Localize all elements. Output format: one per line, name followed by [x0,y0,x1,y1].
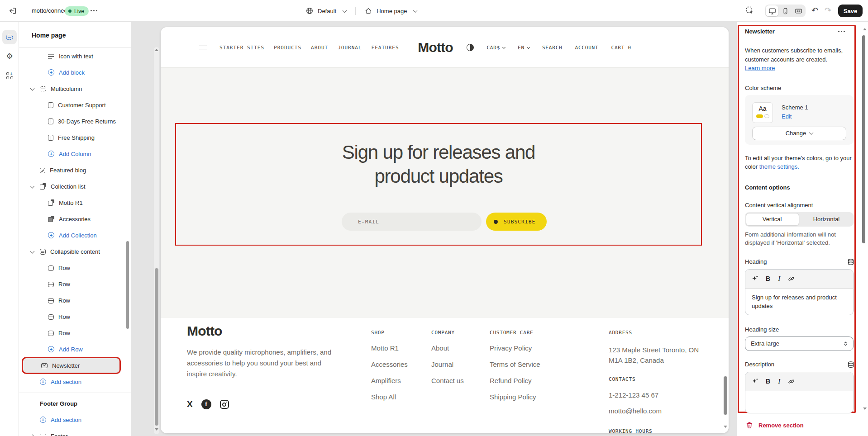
store-menu-item[interactable]: PRODUCTS [274,45,301,51]
footer-logo[interactable]: Motto [187,323,222,339]
scheme-edit-link[interactable]: Edit [782,113,792,120]
bold-button[interactable]: B [766,275,770,282]
subscribe-button[interactable]: SUBSCRIBE [486,213,547,231]
sidebar-item-customer-support[interactable]: Customer Support [19,97,131,113]
footer-link[interactable]: Terms of Service [490,361,540,368]
scroll-down-icon[interactable] [155,428,158,431]
chevron-right-icon[interactable] [31,434,34,436]
remove-section-button[interactable]: Remove section [746,422,804,429]
facebook-icon[interactable]: f [201,399,211,409]
scheme-change-button[interactable]: Change [752,127,846,140]
sidebar-item-add-section[interactable]: Add section [19,374,131,390]
sidebar-scrollbar[interactable] [126,241,129,329]
store-menu-item[interactable]: FEATURES [372,45,399,51]
scroll-down-icon[interactable] [863,408,867,410]
link-icon[interactable] [788,378,795,385]
sidebar-item-free-shipping[interactable]: Free Shipping [19,129,131,146]
italic-button[interactable]: I [778,378,780,385]
x-icon[interactable]: X [187,399,193,409]
chevron-down-icon[interactable] [31,185,34,188]
alignment-option-horizontal[interactable]: Horizontal [799,212,854,227]
sidebar-item-multicolumn[interactable]: Multicolumn [19,81,131,97]
heading-input[interactable]: Sign up for releases and product updates [745,289,853,315]
footer-link[interactable]: About [431,345,464,352]
account-link[interactable]: ACCOUNT [575,45,598,51]
store-menu-button[interactable] [91,10,97,11]
sidebar-item-add-collection[interactable]: Add Collection [19,227,131,243]
bold-button[interactable]: B [766,378,770,385]
magic-icon[interactable] [752,378,758,384]
scroll-up-icon[interactable] [155,49,158,51]
sidebar-item-add-section[interactable]: Add section [19,412,131,428]
sidebar-item-collapsible-content[interactable]: Collapsible content [19,243,131,260]
footer-link[interactable]: Privacy Policy [490,345,540,352]
scroll-up-icon[interactable] [863,28,867,30]
rail-sections-button[interactable]: .rbtn.sel .ic-multicolumn::after{backgro… [2,30,17,44]
email-input[interactable] [342,213,482,231]
italic-button[interactable]: I [778,275,780,283]
inspect-button[interactable] [746,6,754,17]
sidebar-item-add-column[interactable]: Add Column [19,146,131,162]
fullwidth-preview-button[interactable] [792,5,805,16]
exit-editor-button[interactable] [8,6,17,17]
page-scrollbar-thumb[interactable] [724,376,727,415]
newsletter-section-highlight[interactable]: Sign up for releases and product updates… [175,123,702,246]
undo-button[interactable]: ↶ [811,5,818,16]
preview-scrollbar-thumb[interactable] [155,268,158,426]
scroll-down-icon[interactable] [724,426,727,428]
store-menu-item[interactable]: JOURNAL [338,45,362,51]
footer-link[interactable]: Contact us [431,377,464,384]
save-button[interactable]: Save [838,5,863,17]
sidebar-item-accessories[interactable]: Accessories [19,211,131,227]
alignment-option-vertical[interactable]: Vertical [745,212,799,227]
hamburger-icon[interactable] [199,46,207,49]
currency-selector[interactable]: CAD$ [486,45,505,51]
instagram-icon[interactable] [220,400,229,409]
dynamic-source-icon[interactable] [847,258,854,265]
chevron-down-icon[interactable] [31,87,34,90]
sidebar-item-add-block[interactable]: Add block [19,64,131,81]
chevron-down-icon[interactable] [31,250,34,253]
email-link[interactable]: motto@hello.com [609,407,708,415]
redo-button[interactable]: ↷ [825,5,831,16]
sidebar-item-row[interactable]: Row [19,276,131,292]
store-menu-item[interactable]: STARTER SITES [219,45,264,51]
sidebar-item-icon-with-text[interactable]: Icon with text [19,48,131,64]
mobile-preview-button[interactable] [779,5,792,16]
phone-link[interactable]: 1-212-123 45 67 [609,391,708,399]
scheme-swatch[interactable]: Aa [752,102,773,123]
sidebar-item-add-row[interactable]: Add Row [19,341,131,357]
link-icon[interactable] [788,275,795,282]
environment-selector[interactable]: Default [318,8,336,14]
sidebar-item-motto-r1[interactable]: Motto R1 [19,194,131,211]
heading-size-select[interactable]: Extra large [745,336,854,351]
theme-settings-link[interactable]: theme settings. [759,162,799,171]
desktop-preview-button[interactable] [766,5,778,16]
sidebar-item-row[interactable]: Row [19,260,131,276]
cart-link[interactable]: CART 0 [611,45,631,51]
footer-link[interactable]: Motto R1 [371,345,408,352]
sidebar-item-row[interactable]: Row [19,325,131,341]
sidebar-item-featured-blog[interactable]: Featured blog [19,162,131,178]
page-selector[interactable]: Home page [377,8,407,14]
theme-contrast-icon[interactable] [467,44,474,51]
rail-apps-button[interactable]: + [2,68,17,83]
search-link[interactable]: SEARCH [542,45,563,51]
sidebar-item-row[interactable]: Row [19,308,131,325]
sidebar-item-newsletter[interactable]: Newsletter [22,357,121,374]
footer-link[interactable]: Journal [431,361,464,368]
sidebar-item-footer[interactable]: Footer [19,428,131,436]
footer-link[interactable]: Amplifiers [371,377,408,384]
section-options-button[interactable] [838,31,845,32]
learn-more-link[interactable]: Learn more [745,64,775,73]
footer-link[interactable]: Accessories [371,361,408,368]
rail-settings-button[interactable]: ⚙ [2,49,17,63]
sidebar-item-row[interactable]: Row [19,292,131,308]
footer-link[interactable]: Refund Policy [490,377,540,384]
sidebar-item-collection-list[interactable]: Collection list [19,178,131,194]
footer-link[interactable]: Shipping Policy [490,393,540,401]
dynamic-source-icon[interactable] [847,361,854,368]
description-input[interactable] [745,391,853,413]
magic-icon[interactable] [752,275,758,282]
sidebar-item-30-days-free-returns[interactable]: 30-Days Free Returns [19,113,131,129]
